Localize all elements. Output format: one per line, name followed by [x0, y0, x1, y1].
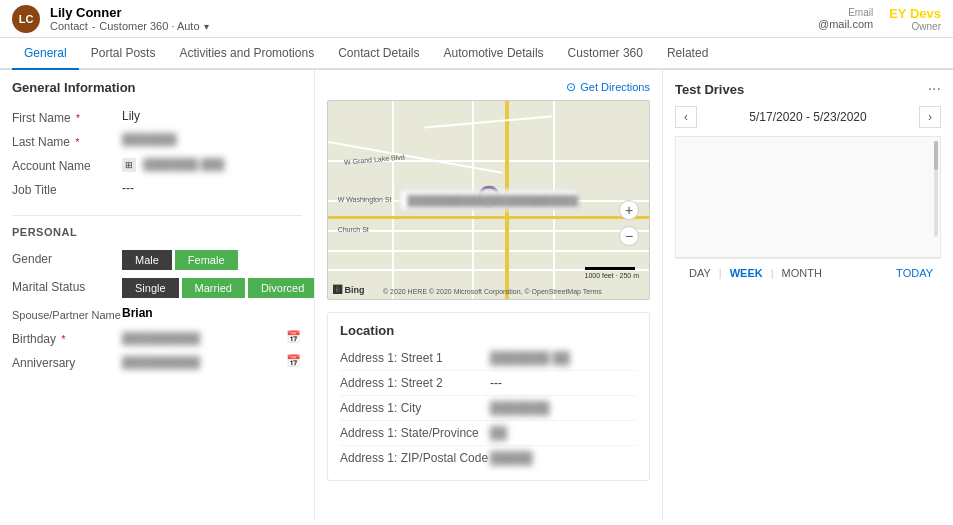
left-panel: General Information First Name * Lily La… — [0, 70, 315, 520]
account-name-label: Account Name — [12, 157, 122, 173]
more-options-icon[interactable]: ··· — [928, 80, 941, 98]
loc-state-label: Address 1: State/Province — [340, 426, 490, 440]
tab-contact-details[interactable]: Contact Details — [326, 38, 431, 70]
last-name-value: ███████ — [122, 133, 302, 145]
location-section: Location Address 1: Street 1 ███████ ██ … — [327, 312, 650, 481]
loc-city-row: Address 1: City ███████ — [340, 396, 637, 421]
field-anniversary: Anniversary ██████████ 📅 — [12, 350, 302, 374]
loc-street2-row: Address 1: Street 2 --- — [340, 371, 637, 396]
road-main-h — [328, 216, 649, 219]
loc-city-label: Address 1: City — [340, 401, 490, 415]
birthday-calendar-icon[interactable]: 📅 — [286, 330, 302, 346]
account-name-value: ⊞ ███████ ███ — [122, 157, 302, 172]
tab-general[interactable]: General — [12, 38, 79, 70]
general-info-title: General Information — [12, 80, 302, 95]
road-label-2: W Washington St — [338, 196, 392, 203]
road-v1 — [392, 101, 394, 299]
bing-logo: 🅱 Bing — [333, 285, 365, 295]
loc-street2-label: Address 1: Street 2 — [340, 376, 490, 390]
road-label-3: Church St — [338, 226, 369, 233]
calendar-area — [675, 136, 941, 258]
road-label-1: W Grand Lake Blvd — [344, 154, 405, 166]
loc-street1-label: Address 1: Street 1 — [340, 351, 490, 365]
avatar: LC — [12, 5, 40, 33]
tab-related[interactable]: Related — [655, 38, 720, 70]
anniversary-label: Anniversary — [12, 354, 122, 370]
job-title-label: Job Title — [12, 181, 122, 197]
gender-toggle: Male Female — [122, 250, 238, 270]
cal-view-week[interactable]: WEEK — [724, 265, 769, 281]
loc-state-row: Address 1: State/Province ██ — [340, 421, 637, 446]
personal-title: PERSONAL — [12, 226, 302, 238]
calendar-nav: ‹ 5/17/2020 - 5/23/2020 › — [675, 106, 941, 128]
marital-divorced-btn[interactable]: Divorced — [248, 278, 315, 298]
marital-toggle: Single Married Divorced — [122, 278, 315, 298]
road-h4 — [328, 250, 649, 252]
tab-portal-posts[interactable]: Portal Posts — [79, 38, 168, 70]
cal-view-month[interactable]: MONTH — [776, 265, 828, 281]
map-search-bar[interactable]: ████████████████████████ — [399, 190, 579, 211]
account-icon: ⊞ — [122, 158, 136, 172]
field-first-name: First Name * Lily — [12, 105, 302, 129]
map-header: ⊙ Get Directions — [327, 80, 650, 94]
middle-panel: ⊙ Get Directions W Grand La — [315, 70, 663, 520]
road-h3 — [328, 230, 649, 232]
birthday-label: Birthday * — [12, 330, 122, 346]
map-zoom-out-btn[interactable]: − — [619, 226, 639, 246]
test-drives-header: Test Drives ··· — [675, 80, 941, 98]
field-marital-status: Marital Status Single Married Divorced — [12, 274, 302, 302]
map-zoom-in-btn[interactable]: + — [619, 200, 639, 220]
cal-today-btn[interactable]: TODAY — [896, 267, 933, 279]
user-info: Lily Conner Contact - Customer 360 · Aut… — [50, 5, 818, 32]
anniversary-field: ██████████ 📅 — [122, 354, 302, 370]
right-panel: Test Drives ··· ‹ 5/17/2020 - 5/23/2020 … — [663, 70, 953, 520]
loc-state-value: ██ — [490, 426, 637, 440]
first-name-value: Lily — [122, 109, 302, 123]
cal-prev-btn[interactable]: ‹ — [675, 106, 697, 128]
marital-single-btn[interactable]: Single — [122, 278, 179, 298]
map-copyright: © 2020 HERE © 2020 Microsoft Corporation… — [383, 288, 602, 295]
loc-zip-label: Address 1: ZIP/Postal Code — [340, 451, 490, 465]
get-directions-btn[interactable]: ⊙ Get Directions — [566, 80, 650, 94]
cal-next-btn[interactable]: › — [919, 106, 941, 128]
calendar-scrollbar[interactable] — [934, 141, 938, 237]
birthday-field: ██████████ 📅 — [122, 330, 302, 346]
road-diagonal2 — [424, 115, 552, 128]
map-background: W Grand Lake Blvd W Washington St Church… — [328, 101, 649, 299]
gender-female-btn[interactable]: Female — [175, 250, 238, 270]
field-spouse-name: Spouse/Partner Name Brian — [12, 302, 302, 326]
calendar-content — [676, 137, 940, 257]
cal-view-tabs: DAY | WEEK | MONTH TODAY — [675, 258, 941, 287]
gender-male-btn[interactable]: Male — [122, 250, 172, 270]
anniversary-calendar-icon[interactable]: 📅 — [286, 354, 302, 370]
tab-customer-360[interactable]: Customer 360 — [556, 38, 655, 70]
top-bar: LC Lily Conner Contact - Customer 360 · … — [0, 0, 953, 38]
spouse-value: Brian — [122, 306, 302, 320]
test-drives-title: Test Drives — [675, 82, 744, 97]
job-title-value: --- — [122, 181, 302, 195]
field-job-title: Job Title --- — [12, 177, 302, 201]
tab-activities[interactable]: Activities and Promotions — [167, 38, 326, 70]
loc-street1-value: ███████ ██ — [490, 351, 637, 365]
field-birthday: Birthday * ██████████ 📅 — [12, 326, 302, 350]
nav-tabs: General Portal Posts Activities and Prom… — [0, 38, 953, 70]
field-gender: Gender Male Female — [12, 246, 302, 274]
loc-street2-value: --- — [490, 376, 637, 390]
personal-section: PERSONAL Gender Male Female Marital Stat… — [12, 215, 302, 374]
tab-automotive-details[interactable]: Automotive Details — [432, 38, 556, 70]
map-scale: 1000 feet · 250 m — [585, 267, 639, 279]
field-last-name: Last Name * ███████ — [12, 129, 302, 153]
spouse-label: Spouse/Partner Name — [12, 306, 122, 322]
cal-date-range: 5/17/2020 - 5/23/2020 — [749, 110, 866, 124]
marital-married-btn[interactable]: Married — [182, 278, 245, 298]
user-name: Lily Conner — [50, 5, 818, 20]
top-right: Email @mail.com EY Devs Owner — [818, 6, 941, 32]
map-container[interactable]: W Grand Lake Blvd W Washington St Church… — [327, 100, 650, 300]
first-name-label: First Name * — [12, 109, 122, 125]
last-name-label: Last Name * — [12, 133, 122, 149]
field-account-name: Account Name ⊞ ███████ ███ — [12, 153, 302, 177]
loc-zip-row: Address 1: ZIP/Postal Code █████ — [340, 446, 637, 470]
directions-icon: ⊙ — [566, 80, 576, 94]
cal-view-day[interactable]: DAY — [683, 265, 717, 281]
marital-status-label: Marital Status — [12, 278, 122, 294]
